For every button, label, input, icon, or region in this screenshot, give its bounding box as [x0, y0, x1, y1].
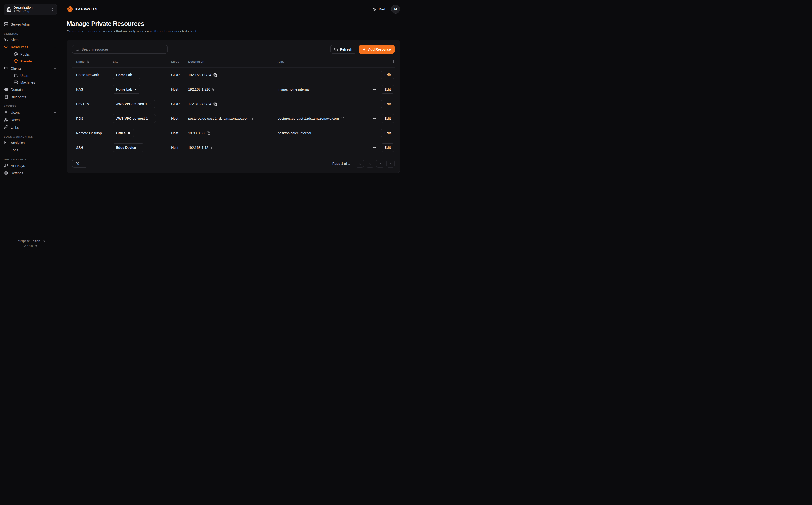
copy-icon	[341, 117, 345, 121]
site-link[interactable]: AWS VPC us-west-1	[113, 114, 156, 123]
edit-button[interactable]: Edit	[381, 85, 394, 94]
sidebar-item-links[interactable]: Links	[4, 124, 57, 131]
link-icon	[4, 125, 8, 129]
last-page-button[interactable]	[386, 160, 395, 168]
clients-subnav: Users Machines	[10, 72, 57, 86]
org-switcher[interactable]: Organization ACME Corp.	[4, 4, 57, 15]
page-size-select[interactable]: 20	[72, 160, 87, 168]
resources-card: Refresh Add Resource Name Site Mode	[67, 40, 400, 173]
copy-icon	[213, 73, 217, 77]
copy-alias-button[interactable]	[341, 117, 345, 121]
sidebar-item-domains[interactable]: Domains	[4, 86, 57, 93]
site-link[interactable]: Home Lab	[113, 85, 141, 94]
cell-destination: 192.168.1.210	[188, 88, 210, 91]
copy-destination-button[interactable]	[213, 102, 217, 106]
edit-button[interactable]: Edit	[381, 114, 394, 123]
row-more-button[interactable]	[372, 131, 377, 135]
chevrons-left-icon	[358, 162, 361, 165]
copy-destination-button[interactable]	[210, 146, 214, 150]
refresh-button[interactable]: Refresh	[331, 45, 356, 54]
next-page-button[interactable]	[376, 160, 384, 168]
column-header-name[interactable]: Name	[72, 60, 109, 63]
theme-toggle[interactable]: Dark	[373, 7, 386, 11]
sidebar-item-label: Resources	[11, 45, 28, 49]
version-link[interactable]: v1.13.0	[23, 244, 37, 248]
ellipsis-icon	[373, 117, 376, 121]
edit-button[interactable]: Edit	[381, 143, 394, 152]
github-icon[interactable]	[41, 239, 45, 243]
sidebar-item-users[interactable]: Users	[4, 109, 57, 116]
main-content: PANGOLIN Dark M Manage Private Resources…	[61, 0, 406, 252]
row-more-button[interactable]	[372, 145, 377, 150]
column-visibility-button[interactable]	[390, 59, 395, 64]
site-link[interactable]: Office	[113, 129, 134, 137]
search-box	[72, 45, 168, 54]
row-more-button[interactable]	[372, 116, 377, 121]
columns-icon	[390, 59, 394, 63]
version-label: v1.13.0	[23, 244, 33, 248]
copy-alias-button[interactable]	[312, 88, 316, 91]
sidebar-item-clients[interactable]: Clients	[4, 64, 57, 72]
copy-destination-button[interactable]	[207, 131, 210, 135]
laptop-icon	[14, 73, 18, 77]
site-link[interactable]: AWS VPC us-east-1	[113, 100, 155, 108]
cell-mode: Host	[167, 117, 184, 121]
sidebar-item-client-users[interactable]: Users	[10, 72, 57, 79]
cell-mode: CIDR	[167, 102, 184, 106]
ellipsis-icon	[373, 102, 376, 106]
copy-destination-button[interactable]	[213, 73, 217, 77]
sidebar-item-blueprints[interactable]: Blueprints	[4, 93, 57, 101]
first-page-button[interactable]	[356, 160, 364, 168]
theme-toggle-label: Dark	[379, 7, 386, 11]
edit-button[interactable]: Edit	[381, 129, 394, 137]
globe-icon	[14, 52, 18, 56]
row-more-button[interactable]	[372, 72, 377, 77]
arrow-up-right-icon	[134, 73, 137, 76]
sidebar-item-sites[interactable]: Sites	[4, 36, 57, 43]
table-row: NAS Home Lab Host 192.168.1.210 mynas.ho…	[72, 82, 395, 97]
brand-name: PANGOLIN	[75, 7, 98, 11]
previous-page-button[interactable]	[366, 160, 374, 168]
globe-lock-icon	[14, 59, 18, 63]
copy-destination-button[interactable]	[212, 88, 216, 91]
card-toolbar: Refresh Add Resource	[72, 45, 395, 54]
edit-button[interactable]: Edit	[381, 70, 394, 79]
avatar[interactable]: M	[391, 5, 400, 14]
sidebar-item-resources[interactable]: Resources	[4, 43, 57, 51]
users-icon	[4, 118, 8, 122]
pagination-controls: Page 1 of 1	[332, 160, 395, 168]
add-resource-button[interactable]: Add Resource	[359, 45, 395, 54]
sidebar-item-roles[interactable]: Roles	[4, 116, 57, 124]
site-link[interactable]: Edge Device	[113, 143, 144, 152]
sidebar-item-private[interactable]: Private	[10, 58, 57, 64]
sidebar-item-logs[interactable]: Logs	[4, 146, 57, 154]
row-more-button[interactable]	[372, 87, 377, 92]
page-size-value: 20	[75, 162, 79, 165]
sidebar-item-public[interactable]: Public	[10, 51, 57, 58]
cell-name: NAS	[72, 88, 109, 91]
resources-table: Name Site Mode Destination Alias Ho	[72, 55, 395, 168]
topbar-actions: Dark M	[373, 5, 400, 14]
org-switcher-value: ACME Corp.	[14, 10, 48, 13]
sidebar-item-server-admin[interactable]: Server Admin	[4, 20, 57, 28]
sort-icon	[86, 60, 89, 63]
sidebar-item-settings[interactable]: Settings	[4, 169, 57, 177]
sidebar-scrollbar-thumb[interactable]	[60, 123, 60, 130]
search-input[interactable]	[81, 47, 165, 51]
cell-destination: postgres.us-east-1.rds.amazonaws.com	[188, 117, 249, 121]
sidebar-item-api-keys[interactable]: API Keys	[4, 162, 57, 169]
edition-label: Enterprise Edition	[16, 239, 40, 243]
site-link[interactable]: Home Lab	[113, 70, 141, 79]
org-switcher-label: Organization	[14, 6, 48, 10]
add-resource-label: Add Resource	[368, 47, 391, 51]
org-switcher-text: Organization ACME Corp.	[14, 6, 48, 14]
toolbar-actions: Refresh Add Resource	[331, 45, 395, 54]
table-row: Home Network Home Lab CIDR 192.168.1.0/2…	[72, 67, 395, 82]
site-link-label: Home Lab	[116, 88, 132, 91]
row-more-button[interactable]	[372, 102, 377, 106]
sidebar-item-machines[interactable]: Machines	[10, 79, 57, 86]
copy-destination-button[interactable]	[251, 117, 255, 121]
edit-button[interactable]: Edit	[381, 100, 394, 108]
chevron-down-icon	[81, 162, 84, 165]
sidebar-item-analytics[interactable]: Analytics	[4, 139, 57, 146]
